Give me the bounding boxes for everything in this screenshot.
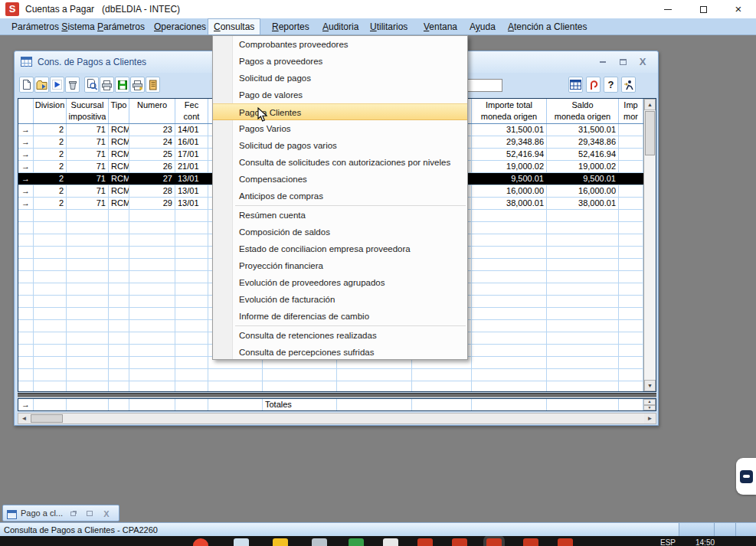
scroll-up-icon[interactable]: ▲	[644, 99, 656, 110]
taskbar-app-icon[interactable]	[452, 538, 467, 546]
menubar-item-1[interactable]: Parámetros	[92, 19, 150, 34]
vertical-scrollbar[interactable]: ▲ ▼	[643, 99, 656, 391]
cell	[18, 320, 34, 332]
menu-item-11[interactable]: Composición de saldos	[213, 224, 467, 240]
menu-item-13[interactable]: Proyección financiera	[213, 257, 467, 274]
export-icon-button[interactable]	[130, 77, 145, 93]
cell: 2	[34, 198, 67, 209]
taskbar-app-icon[interactable]	[349, 538, 364, 546]
totals-cell	[619, 399, 643, 410]
menu-item-12[interactable]: Estado de conciliacion empresa proveedor…	[213, 240, 467, 257]
grid-icon-button[interactable]	[568, 77, 583, 93]
cell: RCM	[109, 149, 129, 160]
filter-icon-button[interactable]	[586, 77, 601, 93]
menu-item-3[interactable]: Pago de valores	[213, 87, 467, 103]
minimized-child-window[interactable]: Pago a cl... X	[2, 505, 119, 521]
menu-item-label: Estado de conciliacion empresa proveedor…	[239, 244, 411, 253]
tray-clock[interactable]: 14:50	[695, 538, 715, 546]
minimized-restore-button[interactable]	[67, 508, 79, 518]
maximize-button[interactable]	[686, 0, 721, 18]
menubar-item-label: eportes	[279, 21, 309, 32]
cell	[18, 234, 34, 246]
menubar-item-2[interactable]: Operaciones	[149, 19, 211, 34]
menubar-item-4[interactable]: Reportes	[267, 19, 315, 34]
menu-item-14[interactable]: Evolución de proveedores agrupados	[213, 274, 467, 291]
save-icon-button[interactable]	[115, 77, 129, 93]
minimized-maximize-button[interactable]	[83, 508, 96, 518]
minimized-close-button[interactable]: X	[100, 508, 113, 518]
menu-item-0[interactable]: Comprobantes proveedores	[213, 36, 467, 53]
taskbar-app-icon[interactable]	[193, 538, 208, 546]
menu-item-15[interactable]: Evolución de facturación	[213, 291, 467, 308]
menubar-item-label: U	[370, 21, 377, 32]
exit-icon-button[interactable]	[621, 77, 636, 93]
menu-item-10[interactable]: Resúmen cuenta	[213, 207, 467, 224]
horizontal-scrollbar[interactable]: ◄ ►	[18, 413, 656, 424]
remote-control-side-tab[interactable]	[736, 458, 756, 495]
tray-language[interactable]: ESP	[660, 538, 676, 546]
child-close-button[interactable]: X	[635, 56, 650, 67]
scroll-left-icon[interactable]: ◄	[18, 414, 30, 423]
cell	[129, 247, 175, 258]
hscroll-thumb[interactable]	[31, 414, 63, 423]
menubar-item-9[interactable]: Atención a Clientes	[502, 19, 592, 34]
menu-item-17[interactable]: Consulta de retenciones realizadas	[213, 327, 467, 344]
taskbar-app-icon[interactable]	[234, 538, 249, 546]
help-icon-button[interactable]: ?	[604, 77, 618, 93]
grid-splitter[interactable]	[18, 393, 656, 397]
new-icon-button[interactable]	[19, 77, 34, 93]
menu-item-2[interactable]: Solicitud de pagos	[213, 70, 467, 87]
cell	[619, 149, 643, 160]
menubar-item-7[interactable]: Ventana	[418, 19, 463, 34]
taskbar-app-icon[interactable]	[273, 538, 288, 546]
close-button[interactable]: ×	[721, 0, 756, 18]
totals-spinner[interactable]: ▲▼	[643, 399, 656, 410]
cell	[109, 210, 129, 221]
taskbar-app-icon[interactable]	[417, 538, 433, 546]
menubar-item-0[interactable]: Parámetros Sistema	[6, 19, 100, 34]
taskbar-app-icon[interactable]	[523, 538, 538, 546]
menubar-item-6[interactable]: Utilitarios	[365, 19, 413, 34]
menu-item-18[interactable]: Consulta de percepciones sufridas	[213, 344, 467, 361]
column-header-label: Saldo	[547, 100, 618, 111]
child-maximize-button[interactable]	[615, 56, 630, 67]
preview-icon-button[interactable]	[84, 77, 99, 93]
run-icon-button[interactable]	[50, 77, 64, 93]
menubar-item-8[interactable]: Ayuda	[464, 19, 501, 34]
menubar-item-label: A	[470, 21, 476, 32]
cell	[34, 283, 67, 295]
menu-item-16[interactable]: Informe de diferencias de cambio	[213, 308, 467, 325]
taskbar-app-icon[interactable]	[558, 538, 573, 546]
cell: 13/01	[175, 185, 208, 197]
cell	[34, 296, 67, 307]
spinner-down-icon[interactable]: ▼	[643, 405, 656, 411]
print-icon-button[interactable]	[100, 77, 114, 93]
taskbar-app-icon[interactable]	[312, 538, 327, 546]
menu-item-1[interactable]: Pagos a proveedores	[213, 53, 467, 70]
menu-item-label: Pago a Clientes	[239, 108, 301, 117]
menubar-item-label: tilitarios	[377, 21, 408, 32]
child-minimize-button[interactable]	[595, 56, 610, 67]
scroll-thumb[interactable]	[645, 111, 655, 155]
scroll-down-icon[interactable]: ▼	[644, 380, 656, 391]
menu-item-9[interactable]: Anticipos de compras	[213, 188, 467, 204]
menu-item-8[interactable]: Compensaciones	[213, 171, 467, 188]
spinner-up-icon[interactable]: ▲	[643, 399, 656, 405]
menubar-item-3[interactable]: Consultas	[208, 19, 260, 34]
menubar-item-5[interactable]: Auditoria	[317, 19, 364, 34]
menu-item-5[interactable]: Pagos Varios	[213, 120, 467, 137]
scroll-right-icon[interactable]: ►	[644, 414, 656, 423]
menu-item-6[interactable]: Solicitud de pagos varios	[213, 137, 467, 154]
table-row-empty[interactable]	[18, 369, 656, 381]
cell	[67, 283, 109, 295]
menu-item-7[interactable]: Consulta de solicitudes con autorizacion…	[213, 154, 467, 171]
edit-icon-button[interactable]	[34, 77, 49, 93]
menu-item-4[interactable]: Pago a Clientes	[213, 103, 467, 120]
notes-icon-button[interactable]	[146, 77, 160, 93]
minimize-button[interactable]	[650, 0, 686, 18]
taskbar-app-icon-active[interactable]	[486, 538, 502, 546]
taskbar-app-icon[interactable]	[383, 538, 398, 546]
cell	[547, 308, 619, 319]
delete-icon-button[interactable]	[65, 77, 80, 93]
table-row-empty[interactable]	[18, 381, 656, 392]
